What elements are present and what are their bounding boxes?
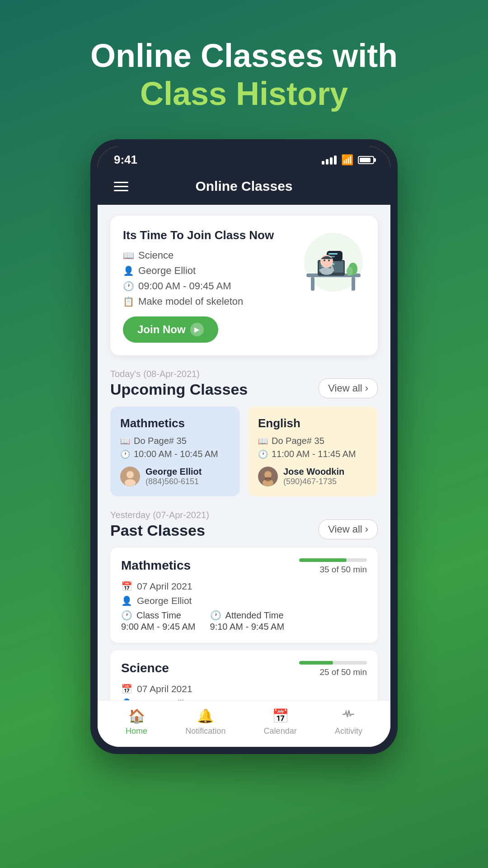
math-time-row: 🕐 10:00 AM - 10:45 AM [120, 449, 230, 459]
svg-rect-2 [311, 277, 314, 291]
past-math-date: 07 April 2021 [137, 581, 192, 592]
clock-icon: 🕐 [258, 449, 268, 459]
join-task-row: 📋 Make model of skeleton [123, 296, 286, 307]
nav-title: Online Classes [195, 179, 292, 194]
upcoming-title: Upcoming Classes [110, 381, 248, 398]
past-view-all-label: View all [328, 524, 362, 535]
english-time-row: 🕐 11:00 AM - 11:45 AM [258, 449, 368, 459]
past-math-times: 🕐 Class Time 9:00 AM - 9:45 AM 🕐 Attende… [121, 610, 367, 632]
past-science-subject: Science [121, 661, 169, 675]
svg-rect-10 [328, 253, 338, 255]
english-task-row: 📖 Do Page# 35 [258, 436, 368, 446]
phone-mockup: 9:41 📶 Online Classes [90, 139, 398, 754]
past-math-progress-text: 35 of 50 min [319, 565, 367, 575]
upcoming-date-label: Today's (08-Apr-2021) [110, 368, 248, 380]
person-icon: 👤 [123, 265, 134, 276]
math-subject: Mathmetics [120, 416, 230, 430]
past-card-math: Mathmetics 35 of 50 min 📅 07 April 2021 [110, 547, 378, 643]
svg-point-17 [328, 259, 330, 261]
nav-item-notification[interactable]: 🔔 Notification [185, 708, 225, 736]
past-math-date-row: 📅 07 April 2021 [121, 581, 367, 592]
upcoming-view-all-button[interactable]: View all › [319, 378, 378, 398]
nav-item-calendar[interactable]: 📅 Calendar [264, 708, 297, 736]
battery-icon [358, 156, 374, 164]
bottom-nav: 🏠 Home 🔔 Notification 📅 Calendar Acitivi… [98, 700, 390, 747]
past-card-science: Science 25 of 50 min 📅 07 April 2021 [110, 650, 378, 700]
nav-calendar-label: Calendar [264, 726, 297, 736]
join-teacher: George Elliot [138, 265, 196, 277]
join-time-row: 🕐 09:00 AM - 09:45 AM [123, 280, 286, 292]
past-science-progress-fill [299, 661, 333, 665]
past-view-all-button[interactable]: View all › [319, 519, 378, 539]
join-subject: Science [138, 250, 174, 261]
svg-point-16 [324, 259, 325, 261]
join-teacher-row: 👤 George Elliot [123, 265, 286, 277]
clock-icon: 🕐 [210, 610, 221, 620]
svg-point-23 [125, 479, 136, 486]
english-subject: English [258, 416, 368, 430]
past-section-header: Yesterday (07-Apr-2021) Past Classes Vie… [110, 509, 378, 539]
status-time: 9:41 [114, 153, 137, 167]
svg-point-20 [347, 267, 353, 276]
attended-time-label-text: Attended Time [225, 610, 284, 620]
bell-icon: 🔔 [197, 708, 214, 724]
join-info: 📖 Science 👤 George Elliot 🕐 09:00 AM - 0… [123, 250, 286, 307]
join-time: 09:00 AM - 09:45 AM [138, 280, 231, 292]
join-card-left: Its Time To Join Class Now 📖 Science 👤 G… [123, 228, 286, 343]
join-illustration [293, 228, 365, 298]
nav-item-activity[interactable]: Acitivity [335, 708, 362, 736]
past-science-date: 07 April 2021 [137, 684, 192, 694]
nav-item-home[interactable]: 🏠 Home [126, 708, 147, 736]
past-math-progress: 35 of 50 min [299, 558, 367, 575]
past-title: Past Classes [110, 522, 209, 539]
past-math-teacher: George Elliot [137, 595, 192, 606]
past-math-class-time-label: 🕐 Class Time [121, 610, 196, 621]
upcoming-date: (08-Apr-2021) [143, 369, 200, 379]
english-teacher-name: Jose Woodkin [283, 467, 344, 477]
math-teacher-avatar [120, 467, 140, 486]
join-card: Its Time To Join Class Now 📖 Science 👤 G… [110, 216, 378, 355]
past-science-header: Science 25 of 50 min [121, 661, 367, 677]
join-subject-row: 📖 Science [123, 250, 286, 261]
past-math-progress-bar [299, 558, 367, 562]
headline-line2: Class History [90, 75, 398, 112]
join-task: Make model of skeleton [138, 296, 243, 307]
join-now-button[interactable]: Join Now ▶ [123, 316, 218, 343]
past-section: Yesterday (07-Apr-2021) Past Classes Vie… [110, 509, 378, 700]
past-math-subject: Mathmetics [121, 558, 191, 573]
english-teacher-row: Jose Woodkin (590)467-1735 [258, 467, 368, 486]
upcoming-labels: Today's (08-Apr-2021) Upcoming Classes [110, 368, 248, 398]
task-icon: 📋 [123, 296, 134, 307]
math-teacher-name: George Elliot [145, 467, 202, 477]
activity-icon [342, 708, 355, 724]
status-bar: 9:41 📶 [98, 146, 390, 171]
past-date: (07-Apr-2021) [153, 510, 209, 520]
nav-home-label: Home [126, 726, 147, 736]
clock-icon: 🕐 [120, 449, 130, 459]
past-math-attended-time: 9:10 AM - 9:45 AM [210, 622, 285, 632]
past-science-progress: 25 of 50 min [299, 661, 367, 677]
status-icons: 📶 [322, 154, 374, 166]
past-date-label: Yesterday (07-Apr-2021) [110, 509, 209, 521]
book-icon: 📖 [258, 436, 268, 446]
upcoming-class-card-math: Mathmetics 📖 Do Page# 35 🕐 10:00 AM - 10… [110, 406, 240, 496]
svg-point-22 [127, 471, 134, 478]
past-science-progress-bar [299, 661, 367, 665]
phone-screen: 9:41 📶 Online Classes [98, 146, 390, 747]
past-science-date-row: 📅 07 April 2021 [121, 684, 367, 694]
calendar-icon: 📅 [272, 708, 289, 724]
past-math-class-time: 9:00 AM - 9:45 AM [121, 622, 196, 632]
hamburger-menu[interactable] [114, 182, 128, 191]
person-icon: 👤 [121, 595, 132, 606]
past-math-class-time-block: 🕐 Class Time 9:00 AM - 9:45 AM [121, 610, 196, 632]
class-time-label-text: Class Time [136, 610, 181, 620]
book-icon: 📖 [120, 436, 130, 446]
math-task: Do Page# 35 [134, 436, 187, 446]
signal-icon [322, 156, 337, 165]
home-icon: 🏠 [128, 708, 145, 724]
past-math-attended-time-block: 🕐 Attended Time 9:10 AM - 9:45 AM [210, 610, 285, 632]
english-teacher-avatar [258, 467, 278, 486]
scroll-content[interactable]: Its Time To Join Class Now 📖 Science 👤 G… [98, 205, 390, 700]
nav-notification-label: Notification [185, 726, 225, 736]
past-label-text: Yesterday [110, 510, 150, 520]
